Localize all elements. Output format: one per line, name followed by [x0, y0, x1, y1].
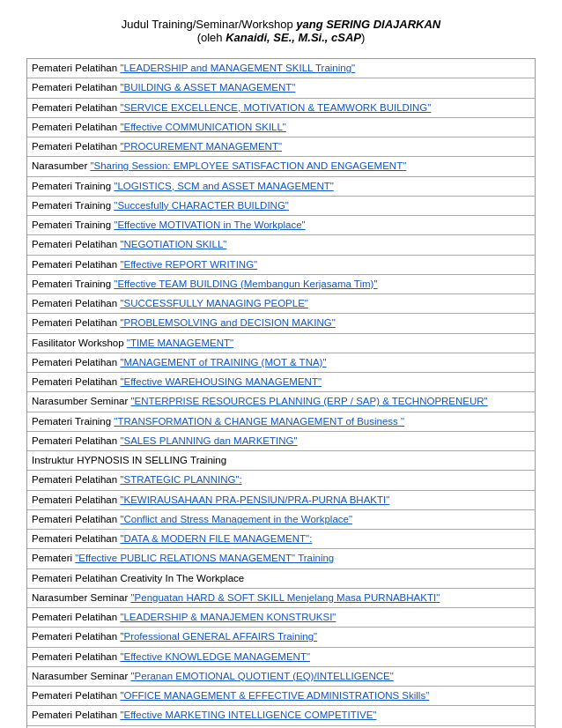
header-normal-text: Judul Training/Seminar/Workshop [122, 18, 296, 31]
row-text: Pemateri Pelatihan "Professional GENERAL… [32, 629, 317, 644]
row-text: Pemateri Training "TRANSFORMATION & CHAN… [32, 414, 404, 429]
row-highlight: "SERVICE EXCELLENCE, MOTIVATION & TEAMWO… [120, 102, 431, 113]
row-text: Pemateri Pelatihan "Effective MARKETING … [32, 708, 376, 723]
row-highlight: "ENTERPRISE RESOURCES PLANNING (ERP / SA… [130, 396, 487, 406]
table-row: Pemateri Pelatihan "Conflict and Stress … [27, 510, 535, 530]
row-highlight: "LEADERSHIP and MANAGEMENT SKILL Trainin… [120, 63, 355, 73]
row-highlight: "DATA & MODERN FILE MANAGEMENT": [120, 533, 312, 544]
row-text: Fasilitator Workshop "TIME MANAGEMENT" [32, 336, 233, 351]
table-row: Pemateri Pelatihan "MANAGEMENT of TRAINI… [27, 353, 535, 373]
table-row: Pemateri Pelatihan "DATA & MODERN FILE M… [27, 530, 535, 549]
table-row: Pemateri Pelatihan Creativity In The Wor… [27, 569, 535, 589]
row-highlight: "OFFICE MANAGEMENT & EFFECTIVE ADMINISTR… [120, 690, 429, 701]
table-row: Pemateri Training "LOGISTICS, SCM and AS… [27, 177, 535, 197]
row-text: Pemateri Pelatihan "Effective WAREHOUSIN… [32, 375, 322, 390]
row-text: Pemateri Training "Succesfully CHARACTER… [32, 198, 289, 213]
row-text: Pemateri Pelatihan "PROCUREMENT MANAGEME… [32, 139, 282, 154]
row-text: Pemateri Pelatihan "LEADERSHIP & MANAJEM… [32, 610, 336, 625]
table-row: Narasumber "Sharing Session: EMPLOYEE SA… [27, 157, 535, 176]
row-text: Narasumber "Sharing Session: EMPLOYEE SA… [32, 159, 406, 174]
row-text: Pemateri Training "Effective TEAM BUILDI… [32, 277, 378, 292]
table-row: Pemateri Pelatihan "OFFICE MANAGEMENT & … [27, 687, 535, 706]
row-highlight: "Peranan EMOTIONAL QUOTIENT (EQ)/INTELLI… [130, 671, 393, 681]
row-highlight: "SALES PLANNING dan MARKETING" [120, 435, 297, 446]
row-text: Pemateri Pelatihan "KEWIRAUSAHAAN PRA-PE… [32, 493, 389, 508]
table-row: Pemateri Pelatihan "NEGOTIATION SKILL" [27, 235, 535, 255]
row-highlight: "KEWIRAUSAHAAN PRA-PENSIUN/PRA-PURNA BHA… [120, 494, 389, 505]
row-highlight: "PROCUREMENT MANAGEMENT" [120, 141, 282, 152]
row-highlight: "NEGOTIATION SKILL" [120, 239, 226, 249]
header-line2: (oleh Kanaidi, SE., M.Si., cSAP) [26, 31, 536, 44]
header-line1: Judul Training/Seminar/Workshop yang SER… [26, 18, 536, 31]
table-row: Pemateri Pelatihan "PROCUREMENT MANAGEME… [27, 137, 535, 157]
table-row: Pemateri Pelatihan "Effective WAREHOUSIN… [27, 373, 535, 392]
row-text: Pemateri Pelatihan "MANAGEMENT of TRAINI… [32, 355, 327, 370]
row-text: Pemateri Pelatihan "Effective KNOWLEDGE … [32, 650, 310, 665]
table-row: Pemateri Training "TRANSFORMATION & CHAN… [27, 412, 535, 432]
row-text: Pemateri Pelatihan "BUILDING & ASSET MAN… [32, 80, 295, 95]
row-highlight: "LEADERSHIP & MANAJEMEN KONSTRUKSI" [120, 612, 336, 622]
table-row: Pemateri Pelatihan "Effective COMMUNICAT… [27, 118, 535, 137]
row-highlight: HYPNOSIS IN SELLING Training [77, 455, 226, 465]
row-highlight: "Effective WAREHOUSING MANAGEMENT" [120, 376, 322, 387]
row-text: Narasumber Seminar "Peranan EMOTIONAL QU… [32, 669, 394, 684]
row-highlight: "Penguatan HARD & SOFT SKILL Menjelang M… [130, 592, 440, 603]
table-row: Pemateri "Effective PUBLIC RELATIONS MAN… [27, 549, 535, 568]
row-highlight: "Conflict and Stress Management in the W… [120, 514, 352, 524]
row-highlight: "Succesfully CHARACTER BUILDING" [114, 200, 289, 211]
row-highlight: "Effective MOTIVATION in The Workplace" [114, 219, 305, 230]
table-row: Pemateri Pelatihan "Professional GENERAL… [27, 628, 535, 647]
row-text: Narasumber Seminar "ENTERPRISE RESOURCES… [32, 394, 488, 409]
table-row: Pemateri Training "Succesfully CHARACTER… [27, 197, 535, 216]
row-text: Pemateri Training "Effective MOTIVATION … [32, 218, 306, 233]
row-highlight: "Sharing Session: EMPLOYEE SATISFACTION … [90, 160, 406, 171]
table-row: Pemateri Pelatihan "SUCCESSFULLY MANAGIN… [27, 294, 535, 314]
row-text: Narasumber Seminar "Penguatan HARD & SOF… [32, 591, 440, 605]
row-text: Pemateri Pelatihan "NEGOTIATION SKILL" [32, 237, 226, 252]
row-text: Pemateri Pelatihan "DATA & MODERN FILE M… [32, 531, 312, 546]
row-highlight: "Professional GENERAL AFFAIRS Training" [120, 631, 317, 642]
row-highlight: "SUCCESSFULLY MANAGING PEOPLE" [120, 298, 308, 308]
row-text: Instruktur HYPNOSIS IN SELLING Training [32, 453, 226, 468]
row-text: Pemateri Pelatihan "SUCCESSFULLY MANAGIN… [32, 296, 308, 311]
row-text: Pemateri Pelatihan "SERVICE EXCELLENCE, … [32, 100, 431, 115]
row-highlight: "TRANSFORMATION & CHANGE MANAGEMENT of B… [114, 416, 404, 427]
row-text: Pemateri Pelatihan "PROBLEMSOLVING and D… [32, 316, 336, 331]
table-row: Pemateri Training "Effective TEAM BUILDI… [27, 275, 535, 294]
row-text: Pemateri Pelatihan "STRATEGIC PLANNING": [32, 472, 242, 487]
table-row: Pemateri Pelatihan "KEWIRAUSAHAAN PRA-PE… [27, 491, 535, 510]
table-row: Fasilitator Workshop "TIME MANAGEMENT" [27, 334, 535, 353]
row-highlight: "PROBLEMSOLVING and DECISION MAKING" [120, 317, 335, 328]
row-highlight: Creativity In The Workplace [120, 573, 244, 583]
row-highlight: "STRATEGIC PLANNING": [120, 474, 241, 485]
table-row: Pemateri Training "Effective MOTIVATION … [27, 216, 535, 235]
table-row: Pemateri Pelatihan "STRATEGIC PLANNING": [27, 471, 535, 490]
row-highlight: "Effective REPORT WRITING" [120, 259, 257, 270]
table-row: Pemateri Pelatihan "PROBLEMSOLVING and D… [27, 314, 535, 333]
table-row: Narasumber Seminar "Peranan EMOTIONAL QU… [27, 667, 535, 687]
row-highlight: "BUILDING & ASSET MANAGEMENT" [120, 82, 295, 93]
row-highlight: "Effective TEAM BUILDING (Membangun Kerj… [114, 279, 377, 289]
row-text: Pemateri Pelatihan "OFFICE MANAGEMENT & … [32, 688, 429, 703]
row-highlight: "Effective COMMUNICATION SKILL" [120, 122, 286, 132]
table-row: Narasumber Seminar "ENTERPRISE RESOURCES… [27, 392, 535, 412]
row-text: Pemateri Pelatihan Creativity In The Wor… [32, 571, 244, 586]
header-bold-text: yang SERING DIAJARKAN [296, 18, 440, 31]
table-row: Pemateri Pelatihan "SALES PLANNING dan M… [27, 432, 535, 451]
row-text: Pemateri "Effective PUBLIC RELATIONS MAN… [32, 551, 334, 566]
table-row: Pemateri Pelatihan "LEADERSHIP and MANAG… [27, 59, 535, 78]
row-text: Pemateri Pelatihan "SALES PLANNING dan M… [32, 434, 298, 449]
row-text: Pemateri Pelatihan "Effective REPORT WRI… [32, 257, 257, 272]
row-highlight: "Effective MARKETING INTELLIGENCE COMPET… [120, 709, 376, 720]
table-row: Narasumber Seminar "Penguatan HARD & SOF… [27, 589, 535, 608]
row-highlight: "LOGISTICS, SCM and ASSET MANAGEMENT" [114, 181, 334, 191]
row-highlight: "Effective PUBLIC RELATIONS MANAGEMENT" … [75, 553, 334, 563]
table-row: Pemateri Pelatihan "SERVICE EXCELLENCE, … [27, 99, 535, 118]
row-highlight: "TIME MANAGEMENT" [127, 338, 233, 348]
training-table: Pemateri Pelatihan "LEADERSHIP and MANAG… [26, 58, 536, 728]
page-header: Judul Training/Seminar/Workshop yang SER… [26, 18, 536, 44]
row-text: Pemateri Training "LOGISTICS, SCM and AS… [32, 179, 334, 194]
table-row: Pemateri Pelatihan "BUILDING & ASSET MAN… [27, 78, 535, 98]
row-text: Pemateri Pelatihan "Effective COMMUNICAT… [32, 120, 286, 135]
row-highlight: "Effective KNOWLEDGE MANAGEMENT" [120, 651, 310, 662]
